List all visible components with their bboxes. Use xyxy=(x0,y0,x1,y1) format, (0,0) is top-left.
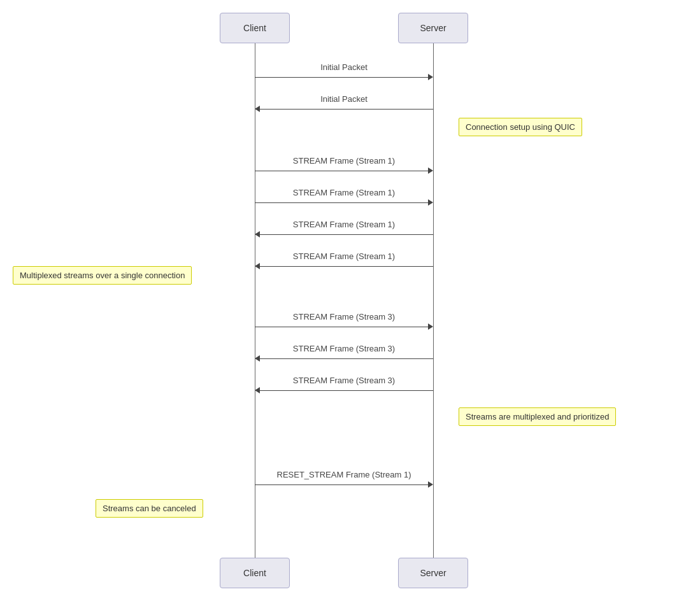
annotation-prioritized: Streams are multiplexed and prioritized xyxy=(459,407,616,426)
annotation-connection-setup: Connection setup using QUIC xyxy=(459,118,582,136)
msg9-label: STREAM Frame (Stream 3) xyxy=(261,376,427,385)
msg5-label: STREAM Frame (Stream 1) xyxy=(261,220,427,229)
message-stream3-1: STREAM Frame (Stream 3) xyxy=(255,321,433,334)
sequence-diagram: Client Server Client Server Initial Pack… xyxy=(0,0,700,601)
message-initial-packet-1: Initial Packet xyxy=(255,71,433,84)
msg10-label: RESET_STREAM Frame (Stream 1) xyxy=(255,470,433,479)
client-bottom-label: Client xyxy=(243,568,266,578)
message-stream3-2: STREAM Frame (Stream 3) xyxy=(255,353,433,365)
message-stream1-3: STREAM Frame (Stream 1) xyxy=(255,229,433,241)
msg3-label: STREAM Frame (Stream 1) xyxy=(261,156,427,166)
annotation-canceled: Streams can be canceled xyxy=(96,499,203,518)
msg6-label: STREAM Frame (Stream 1) xyxy=(261,251,427,261)
message-reset-stream: RESET_STREAM Frame (Stream 1) xyxy=(255,479,433,491)
message-stream1-2: STREAM Frame (Stream 1) xyxy=(255,197,433,209)
msg4-label: STREAM Frame (Stream 1) xyxy=(261,188,427,197)
client-bottom-box: Client xyxy=(220,558,290,588)
server-top-box: Server xyxy=(398,13,468,43)
client-top-box: Client xyxy=(220,13,290,43)
message-stream3-3: STREAM Frame (Stream 3) xyxy=(255,385,433,397)
server-bottom-label: Server xyxy=(420,568,446,578)
server-top-label: Server xyxy=(420,23,446,33)
server-lifeline xyxy=(433,43,434,558)
msg7-label: STREAM Frame (Stream 3) xyxy=(261,312,427,322)
client-top-label: Client xyxy=(243,23,266,33)
annotation-multiplexed: Multiplexed streams over a single connec… xyxy=(13,266,192,285)
server-bottom-box: Server xyxy=(398,558,468,588)
msg8-label: STREAM Frame (Stream 3) xyxy=(261,344,427,353)
message-stream1-4: STREAM Frame (Stream 1) xyxy=(255,260,433,273)
message-stream1-1: STREAM Frame (Stream 1) xyxy=(255,165,433,178)
msg1-label: Initial Packet xyxy=(280,62,408,72)
message-initial-packet-2: Initial Packet xyxy=(255,103,433,116)
msg2-label: Initial Packet xyxy=(280,94,408,104)
